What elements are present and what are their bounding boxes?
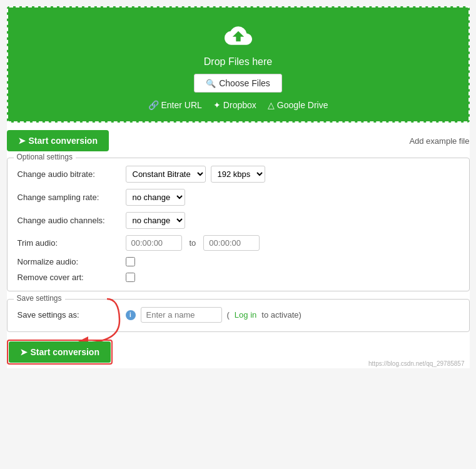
dropbox-icon: ✦ xyxy=(213,100,221,110)
watermark: https://blog.csdn.net/qq_29785857 xyxy=(368,360,464,367)
bottom-chevron-icon: ➤ xyxy=(20,347,28,357)
google-drive-icon: △ xyxy=(268,100,275,110)
search-icon: 🔍 xyxy=(206,79,216,88)
bitrate-label: Change audio bitrate: xyxy=(18,169,121,179)
remove-cover-checkbox[interactable] xyxy=(126,273,135,282)
channels-row: Change audio channels: no change mono st… xyxy=(18,212,459,229)
bottom-section: ➤ Start conversion https://blog.csdn.net… xyxy=(7,340,470,368)
optional-settings-legend: Optional settings xyxy=(14,153,76,161)
trim-to-text: to xyxy=(190,238,196,248)
dropbox-link[interactable]: ✦ Dropbox xyxy=(213,100,256,110)
optional-settings-section: Optional settings Change audio bitrate: … xyxy=(7,158,470,291)
enter-url-link[interactable]: 🔗 Enter URL xyxy=(148,100,202,110)
drop-text: Drop Files here xyxy=(21,56,456,68)
save-as-row: Save settings as: i ( Log in to activate… xyxy=(18,307,459,323)
choose-files-button[interactable]: 🔍 Choose Files xyxy=(194,74,282,93)
trim-label: Trim audio: xyxy=(18,238,121,248)
google-drive-label: Google Drive xyxy=(277,100,328,110)
link-icon: 🔗 xyxy=(148,100,159,110)
top-toolbar: ➤ Start conversion Add example file xyxy=(7,130,470,151)
sampling-row: Change sampling rate: no change 8000 Hz … xyxy=(18,189,459,206)
remove-cover-row: Remove cover art: xyxy=(18,273,459,282)
drop-links: 🔗 Enter URL ✦ Dropbox △ Google Drive xyxy=(21,100,456,110)
enter-url-label: Enter URL xyxy=(161,100,202,110)
save-settings-section: Save settings Save settings as: i ( Log … xyxy=(7,299,470,332)
save-as-label: Save settings as: xyxy=(18,310,121,320)
normalize-row: Normalize audio: xyxy=(18,257,459,266)
bitrate-kbps-select[interactable]: 192 kbps 128 kbps 256 kbps 320 kbps xyxy=(211,166,265,183)
bitrate-type-select[interactable]: Constant Bitrate Variable Bitrate xyxy=(126,166,206,183)
choose-files-label: Choose Files xyxy=(219,78,270,88)
start-conversion-bottom-label: Start conversion xyxy=(31,347,99,357)
start-conversion-top-button[interactable]: ➤ Start conversion xyxy=(7,130,109,151)
bitrate-row: Change audio bitrate: Constant Bitrate V… xyxy=(18,166,459,183)
activate-text: to activate) xyxy=(261,310,301,320)
main-container: Drop Files here 🔍 Choose Files 🔗 Enter U… xyxy=(7,6,470,368)
settings-name-input[interactable] xyxy=(141,307,222,323)
drop-zone[interactable]: Drop Files here 🔍 Choose Files 🔗 Enter U… xyxy=(7,6,470,123)
trim-to-input[interactable] xyxy=(203,235,260,251)
info-icon[interactable]: i xyxy=(126,310,136,320)
save-settings-legend: Save settings xyxy=(14,294,65,303)
remove-cover-label: Remove cover art: xyxy=(18,273,121,282)
sampling-select[interactable]: no change 8000 Hz 11025 Hz 16000 Hz 2205… xyxy=(126,189,185,206)
channels-select[interactable]: no change mono stereo xyxy=(126,212,185,229)
normalize-checkbox[interactable] xyxy=(126,257,135,266)
normalize-label: Normalize audio: xyxy=(18,257,121,266)
add-example-link[interactable]: Add example file xyxy=(409,136,469,146)
trim-from-input[interactable] xyxy=(126,235,182,251)
start-conversion-bottom-wrap: ➤ Start conversion xyxy=(7,340,113,365)
sampling-label: Change sampling rate: xyxy=(18,193,121,202)
activate-paren-open: ( xyxy=(227,310,230,320)
google-drive-link[interactable]: △ Google Drive xyxy=(268,100,328,110)
upload-icon xyxy=(223,20,254,51)
login-link[interactable]: Log in xyxy=(235,310,256,320)
start-conversion-top-label: Start conversion xyxy=(29,136,98,146)
dropbox-label: Dropbox xyxy=(223,100,256,110)
chevron-icon: ➤ xyxy=(18,136,26,146)
channels-label: Change audio channels: xyxy=(18,216,121,225)
trim-row: Trim audio: to xyxy=(18,235,459,251)
start-conversion-bottom-button[interactable]: ➤ Start conversion xyxy=(9,341,111,363)
